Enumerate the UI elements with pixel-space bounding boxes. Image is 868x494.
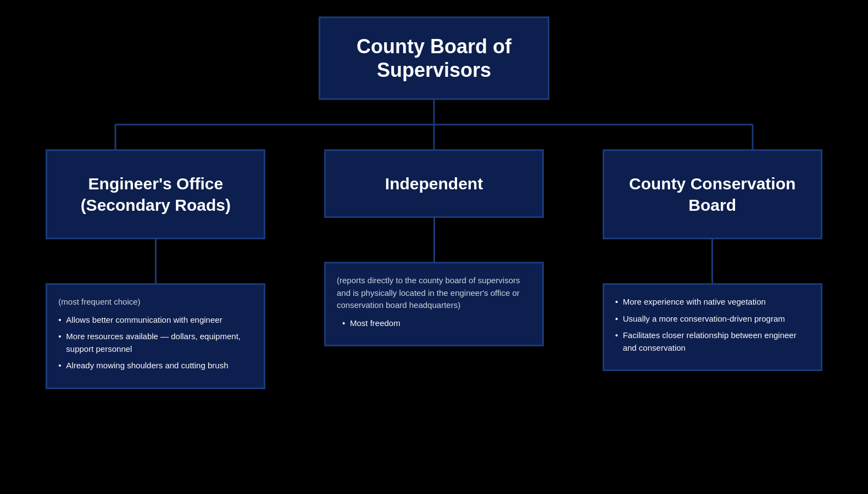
conservation-list: More experience with native vegetation U…: [615, 296, 810, 354]
conservation-info: More experience with native vegetation U…: [603, 283, 822, 371]
col-independent: Independent (reports directly to the cou…: [295, 149, 574, 346]
list-item: Most freedom: [337, 317, 531, 330]
list-item: Usually a more conservation-driven progr…: [615, 313, 810, 325]
list-item: More experience with native vegetation: [615, 296, 810, 308]
engineers-office-connector: [155, 239, 157, 283]
connector-lines-top: [0, 100, 868, 149]
conservation-title: County ConservationBoard: [621, 173, 804, 216]
independent-node: Independent: [324, 149, 544, 218]
col-engineers-office: Engineer's Office(Secondary Roads) (most…: [16, 149, 295, 389]
col-conservation: County ConservationBoard More experience…: [573, 149, 852, 371]
middle-row: Engineer's Office(Secondary Roads) (most…: [0, 149, 868, 389]
engineers-office-info: (most frequent choice) Allows better com…: [46, 283, 265, 389]
top-node-title: County Board ofSupervisors: [342, 35, 526, 82]
independent-subtitle: (reports directly to the county board of…: [337, 274, 531, 312]
engineers-office-title: Engineer's Office(Secondary Roads): [64, 173, 247, 216]
independent-info: (reports directly to the county board of…: [324, 262, 544, 346]
conservation-node: County ConservationBoard: [603, 149, 822, 239]
list-item: Already mowing shoulders and cutting bru…: [58, 360, 253, 372]
list-item: Facilitates closer relationship between …: [615, 329, 810, 354]
engineers-office-subtitle: (most frequent choice): [58, 296, 253, 308]
independent-connector: [433, 218, 435, 262]
engineers-office-list: Allows better communication with enginee…: [58, 314, 253, 372]
conservation-connector: [711, 239, 713, 283]
list-item: Allows better communication with enginee…: [58, 314, 253, 327]
independent-list: Most freedom: [337, 317, 531, 330]
independent-title: Independent: [342, 173, 526, 194]
top-node: County Board ofSupervisors: [319, 16, 549, 100]
diagram-wrapper: County Board ofSupervisors Engineer's Of…: [0, 0, 868, 494]
list-item: More resources available — dollars, equi…: [58, 330, 253, 355]
engineers-office-node: Engineer's Office(Secondary Roads): [46, 149, 265, 239]
